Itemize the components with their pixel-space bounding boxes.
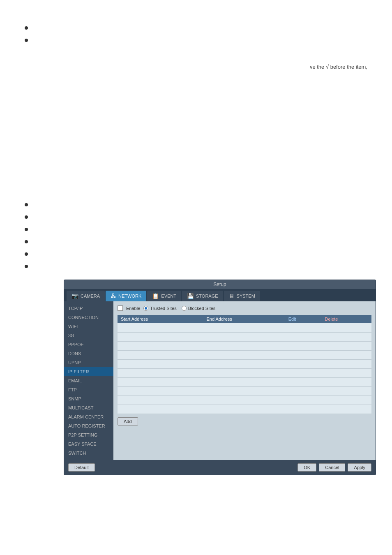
storage-tab-icon: 💾 [187, 293, 194, 299]
sidebar-autoregister-label: AUTO REGISTER [68, 423, 105, 428]
sidebar-item-ipfilter[interactable]: IP FILTER [64, 367, 113, 376]
bullet-item-8 [25, 263, 362, 268]
sidebar-item-multicast[interactable]: MULTICAST [64, 403, 113, 412]
add-button[interactable]: Add [118, 417, 138, 426]
nav-tabs: 📷 CAMERA 🖧 NETWORK 📋 EVENT 💾 STORAGE 🖥 S… [64, 289, 376, 301]
bullet-section-mid [25, 201, 362, 275]
blocked-sites-option[interactable]: Blocked Sites [182, 306, 216, 311]
sidebar-item-autoregister[interactable]: AUTO REGISTER [64, 421, 113, 430]
default-button[interactable]: Default [68, 463, 95, 472]
tab-event-label: EVENT [161, 294, 176, 298]
ip-filter-table: Start Address End Address Edit Delete [118, 315, 371, 414]
sidebar-easyspace-label: EASY SPACE [68, 442, 97, 446]
table-body [118, 323, 371, 414]
table-row [118, 377, 371, 386]
table-row [118, 368, 371, 377]
sidebar-item-alarmcenter[interactable]: ALARM CENTER [64, 412, 113, 421]
sidebar-item-ftp[interactable]: FTP [64, 385, 113, 394]
sidebar: TCP/IP CONNECTION WIFI 3G PPPOE DDNS UPN… [64, 301, 113, 460]
tab-system-label: SYSTEM [237, 294, 255, 298]
sidebar-item-tcpip[interactable]: TCP/IP [64, 304, 113, 313]
bullet-item-2 [25, 37, 362, 42]
content-area: Enable Trusted Sites Blocked Sites [113, 301, 376, 460]
sidebar-pppoe-label: PPPOE [68, 342, 84, 347]
dialog-title-bar: Setup [64, 280, 376, 289]
sidebar-item-email[interactable]: EMAIL [64, 376, 113, 385]
sidebar-item-connection[interactable]: CONNECTION [64, 313, 113, 322]
tab-camera-label: CAMERA [81, 294, 100, 298]
sidebar-ipfilter-label: IP FILTER [68, 369, 89, 374]
bullet-dot-6 [25, 240, 28, 243]
col-end-address: End Address [203, 315, 285, 323]
bullet-item-7 [25, 251, 362, 256]
dialog-footer: Default OK Cancel Apply [64, 460, 376, 475]
tab-storage[interactable]: 💾 STORAGE [182, 291, 223, 301]
table-row [118, 341, 371, 350]
sidebar-tcpip-label: TCP/IP [68, 306, 83, 311]
sidebar-item-wifi[interactable]: WIFI [64, 322, 113, 331]
sidebar-ftp-label: FTP [68, 387, 77, 392]
bullet-item-5 [25, 226, 362, 231]
enable-label: Enable [126, 306, 140, 311]
sidebar-item-p2psetting[interactable]: P2P SETTING [64, 430, 113, 439]
sidebar-item-switch[interactable]: SWITCH [64, 449, 113, 458]
col-delete: Delete [322, 315, 371, 323]
table-row [118, 323, 371, 332]
col-edit: Edit [285, 315, 322, 323]
table-row [118, 332, 371, 341]
event-tab-icon: 📋 [152, 293, 159, 299]
sidebar-item-ddns[interactable]: DDNS [64, 349, 113, 358]
sidebar-item-upnp[interactable]: UPNP [64, 358, 113, 367]
trusted-sites-option[interactable]: Trusted Sites [143, 306, 176, 311]
blocked-sites-radio[interactable] [182, 306, 187, 311]
bullet-dot-5 [25, 228, 28, 231]
cancel-button[interactable]: Cancel [319, 463, 345, 472]
apply-button[interactable]: Apply [348, 463, 371, 472]
sidebar-3g-label: 3G [68, 333, 74, 338]
network-tab-icon: 🖧 [111, 293, 116, 299]
bullet-dot-3 [25, 203, 28, 206]
radio-group: Trusted Sites Blocked Sites [143, 306, 215, 311]
sidebar-wifi-label: WIFI [68, 324, 78, 329]
sidebar-snmp-label: SNMP [68, 396, 81, 401]
sidebar-upnp-label: UPNP [68, 360, 81, 365]
system-tab-icon: 🖥 [229, 293, 235, 299]
table-header-row: Start Address End Address Edit Delete [118, 315, 371, 323]
blocked-label: Blocked Sites [188, 306, 216, 311]
setup-dialog: Setup 📷 CAMERA 🖧 NETWORK 📋 EVENT 💾 STORA… [64, 280, 376, 475]
ok-button[interactable]: OK [297, 463, 316, 472]
tab-system[interactable]: 🖥 SYSTEM [224, 291, 260, 301]
col-start-address: Start Address [118, 315, 203, 323]
sidebar-ddns-label: DDNS [68, 351, 81, 356]
bullet-dot-8 [25, 265, 28, 268]
tab-network-label: NETWORK [118, 294, 141, 298]
sidebar-item-3g[interactable]: 3G [64, 331, 113, 340]
trusted-sites-radio[interactable] [143, 306, 148, 311]
tab-event[interactable]: 📋 EVENT [147, 291, 181, 301]
bullet-dot-2 [25, 39, 28, 42]
sidebar-switch-label: SWITCH [68, 451, 86, 456]
sidebar-alarmcenter-label: ALARM CENTER [68, 414, 104, 419]
sidebar-multicast-label: MULTICAST [68, 405, 94, 410]
sidebar-connection-label: CONNECTION [68, 315, 99, 320]
sidebar-item-pppoe[interactable]: PPPOE [64, 340, 113, 349]
enable-checkbox[interactable] [118, 305, 123, 311]
tab-network[interactable]: 🖧 NETWORK [106, 291, 146, 301]
camera-tab-icon: 📷 [71, 293, 78, 299]
table-row [118, 405, 371, 414]
sidebar-item-snmp[interactable]: SNMP [64, 394, 113, 403]
bullet-item-3 [25, 201, 362, 206]
bullet-item-6 [25, 238, 362, 243]
note-text: ve the √ before the item, [310, 64, 367, 70]
add-button-row: Add [118, 417, 371, 426]
sidebar-item-easyspace[interactable]: EASY SPACE [64, 439, 113, 449]
bullet-dot-1 [25, 26, 28, 30]
bullet-item-4 [25, 214, 362, 219]
sidebar-email-label: EMAIL [68, 378, 82, 383]
sidebar-p2psetting-label: P2P SETTING [68, 432, 97, 437]
table-row [118, 386, 371, 395]
table-row [118, 359, 371, 368]
bullet-item-1 [25, 25, 362, 30]
tab-camera[interactable]: 📷 CAMERA [67, 291, 105, 301]
bullet-dot-4 [25, 215, 28, 219]
